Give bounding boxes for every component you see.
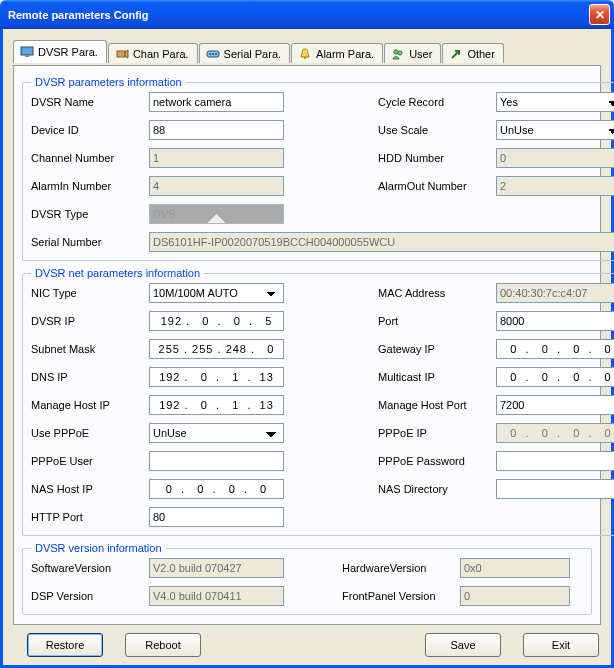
arrow-upright-icon bbox=[449, 47, 463, 61]
label-dvsr-type: DVSR Type bbox=[31, 208, 141, 220]
tab-panel-dvsr: DVSR parameters information DVSR Name Cy… bbox=[13, 65, 601, 625]
label-pppoe-password: PPPoE Password bbox=[378, 455, 488, 467]
label-dvsr-name: DVSR Name bbox=[31, 96, 141, 108]
use-scale-select[interactable]: UnUse bbox=[496, 120, 614, 140]
dvsr-name-input[interactable] bbox=[149, 92, 284, 112]
label-cycle-record: Cycle Record bbox=[378, 96, 488, 108]
svg-point-10 bbox=[398, 51, 402, 55]
exit-button[interactable]: Exit bbox=[523, 633, 599, 657]
label-pppoe-ip: PPPoE IP bbox=[378, 427, 488, 439]
tab-serial-para[interactable]: Serial Para. bbox=[199, 43, 290, 63]
svg-rect-0 bbox=[21, 47, 33, 55]
nas-directory-input[interactable] bbox=[496, 479, 614, 499]
tab-label: Serial Para. bbox=[224, 48, 281, 60]
label-alarmin-number: AlarmIn Number bbox=[31, 180, 141, 192]
pppoe-ip-field bbox=[496, 423, 614, 443]
svg-rect-1 bbox=[25, 55, 29, 57]
tab-chan-para[interactable]: Chan Para. bbox=[108, 43, 198, 63]
label-hdd-number: HDD Number bbox=[378, 152, 488, 164]
group-title: DVSR net parameters information bbox=[31, 267, 204, 279]
svg-point-9 bbox=[394, 49, 398, 53]
label-port: Port bbox=[378, 315, 488, 327]
close-icon[interactable]: ✕ bbox=[589, 4, 610, 25]
tab-label: Alarm Para. bbox=[316, 48, 374, 60]
pppoe-user-input[interactable] bbox=[149, 451, 284, 471]
monitor-icon bbox=[20, 45, 34, 59]
label-use-scale: Use Scale bbox=[378, 124, 488, 136]
label-serial-number: Serial Number bbox=[31, 236, 141, 248]
users-icon bbox=[391, 47, 405, 61]
label-nic-type: NIC Type bbox=[31, 287, 141, 299]
dvsr-type-select: DVS bbox=[149, 204, 284, 224]
restore-button[interactable]: Restore bbox=[27, 633, 103, 657]
serial-number-field bbox=[149, 232, 614, 252]
frontpanel-version-field bbox=[460, 586, 570, 606]
mac-address-field bbox=[496, 283, 614, 303]
label-pppoe-user: PPPoE User bbox=[31, 455, 141, 467]
hdd-number-field bbox=[496, 148, 614, 168]
window-title: Remote parameters Config bbox=[8, 9, 149, 21]
tab-label: Other bbox=[467, 48, 495, 60]
group-title: DVSR version information bbox=[31, 542, 166, 554]
label-dns-ip: DNS IP bbox=[31, 371, 141, 383]
port-input[interactable] bbox=[496, 311, 614, 331]
label-nas-host-ip: NAS Host IP bbox=[31, 483, 141, 495]
button-bar: Restore Reboot Save Exit bbox=[27, 633, 599, 657]
subnet-mask-input[interactable] bbox=[149, 339, 284, 359]
http-port-input[interactable] bbox=[149, 507, 284, 527]
group-net-info: DVSR net parameters information NIC Type… bbox=[22, 267, 614, 536]
alarmin-number-field bbox=[149, 176, 284, 196]
group-ver-info: DVSR version information SoftwareVersion… bbox=[22, 542, 592, 615]
cycle-record-select[interactable]: Yes bbox=[496, 92, 614, 112]
save-button[interactable]: Save bbox=[425, 633, 501, 657]
tab-dvsr-para[interactable]: DVSR Para. bbox=[13, 40, 107, 63]
use-pppoe-select[interactable]: UnUse bbox=[149, 423, 284, 443]
nic-type-select[interactable]: 10M/100M AUTO bbox=[149, 283, 284, 303]
device-id-input[interactable] bbox=[149, 120, 284, 140]
manage-host-port-input[interactable] bbox=[496, 395, 614, 415]
dvsr-ip-input[interactable] bbox=[149, 311, 284, 331]
camera-icon bbox=[115, 47, 129, 61]
bell-icon bbox=[298, 47, 312, 61]
tab-label: Chan Para. bbox=[133, 48, 189, 60]
window-client: DVSR Para. Chan Para. Serial Para. Alarm… bbox=[0, 29, 614, 668]
label-software-version: SoftwareVersion bbox=[31, 562, 141, 574]
software-version-field bbox=[149, 558, 284, 578]
titlebar: Remote parameters Config ✕ bbox=[0, 0, 614, 29]
hardware-version-field bbox=[460, 558, 570, 578]
label-gateway-ip: Gateway IP bbox=[378, 343, 488, 355]
label-manage-host-port: Manage Host Port bbox=[378, 399, 488, 411]
tab-label: DVSR Para. bbox=[38, 46, 98, 58]
label-subnet-mask: Subnet Mask bbox=[31, 343, 141, 355]
label-dsp-version: DSP Version bbox=[31, 590, 141, 602]
label-alarmout-number: AlarmOut Number bbox=[378, 180, 488, 192]
alarmout-number-field bbox=[496, 176, 614, 196]
dns-ip-input[interactable] bbox=[149, 367, 284, 387]
tab-alarm-para[interactable]: Alarm Para. bbox=[291, 43, 383, 63]
multicast-ip-input[interactable] bbox=[496, 367, 614, 387]
svg-point-6 bbox=[212, 53, 214, 55]
label-use-pppoe: Use PPPoE bbox=[31, 427, 141, 439]
gateway-ip-input[interactable] bbox=[496, 339, 614, 359]
channel-number-field bbox=[149, 148, 284, 168]
tab-label: User bbox=[409, 48, 432, 60]
svg-point-7 bbox=[215, 53, 217, 55]
svg-rect-2 bbox=[117, 51, 125, 57]
group-param-info: DVSR parameters information DVSR Name Cy… bbox=[22, 76, 614, 261]
label-channel-number: Channel Number bbox=[31, 152, 141, 164]
svg-point-5 bbox=[209, 53, 211, 55]
tab-other[interactable]: Other bbox=[442, 43, 504, 63]
pppoe-password-input[interactable] bbox=[496, 451, 614, 471]
svg-point-8 bbox=[304, 57, 306, 59]
manage-host-ip-input[interactable] bbox=[149, 395, 284, 415]
label-frontpanel-version: FrontPanel Version bbox=[342, 590, 452, 602]
reboot-button[interactable]: Reboot bbox=[125, 633, 201, 657]
label-manage-host-ip: Manage Host IP bbox=[31, 399, 141, 411]
label-nas-directory: NAS Directory bbox=[378, 483, 488, 495]
tab-user[interactable]: User bbox=[384, 43, 441, 63]
nas-host-ip-input[interactable] bbox=[149, 479, 284, 499]
label-hardware-version: HardwareVersion bbox=[342, 562, 452, 574]
label-multicast-ip: Multicast IP bbox=[378, 371, 488, 383]
label-dvsr-ip: DVSR IP bbox=[31, 315, 141, 327]
label-device-id: Device ID bbox=[31, 124, 141, 136]
